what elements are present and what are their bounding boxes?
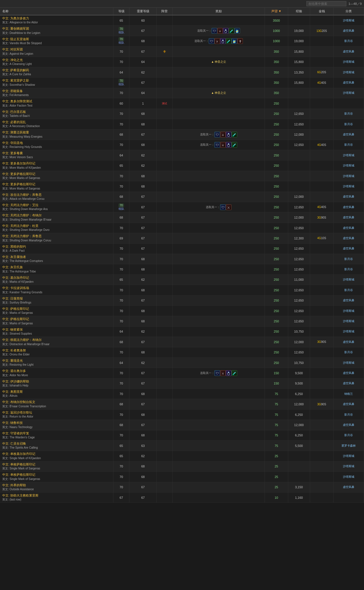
table-row[interactable]: 中文: 纳鲁科技英文: Naaru Technology68677512,000…: [0, 420, 364, 430]
quest-category: [156, 109, 172, 119]
quest-req-level: 68: [129, 347, 157, 357]
quest-en-name: 英文: Strained Supplies: [2, 332, 32, 335]
quest-money: [310, 347, 334, 357]
table-row[interactable]: 中文: 关闭法力熔炉：布纳尔英文: Shutting Down Manaforg…: [0, 212, 364, 223]
table-row[interactable]: 中文: 萨格拉斯印记英文: Marks of Sargeras706825012…: [0, 316, 364, 326]
table-row[interactable]: 中文: 关闭法力熔炉：艾拉英文: Shutting Down Manaforge…: [0, 202, 364, 212]
quest-reward: [172, 316, 265, 326]
table-row[interactable]: 中文: 重创燃烧军团英文: Deathblow to the Legion70组…: [0, 26, 364, 36]
quest-category: [156, 430, 172, 440]
table-row[interactable]: 中文: 协助大主教欧莱里斯英文: (last row)6767101,160: [0, 492, 364, 502]
table-row[interactable]: 中文: 奥图里斯英文: Altruis7068756,250纳格兰: [0, 389, 364, 399]
table-row[interactable]: 中文: 灰舌腐蚀者英文: The Ashtongue Corruptors706…: [0, 254, 364, 264]
quest-reputation: 250: [265, 171, 288, 181]
quest-req-level: 68: [129, 171, 157, 181]
table-row[interactable]: 中文: 奥多尔阵营测试英文: Aldor Faction Test601测试25…: [0, 98, 364, 109]
quest-req-level: 68: [129, 264, 157, 274]
quest-reputation: 3500: [265, 15, 288, 26]
quest-reward: [172, 98, 265, 109]
quest-cn-name: 中文: 长者奥洛努: [2, 349, 26, 352]
table-row[interactable]: 中文: 必要的混乱英文: A Necessary Distraction7068…: [0, 119, 364, 129]
quest-name-cell: 中文: 更多毒囊英文: More Venom Sacs: [0, 150, 113, 160]
table-row[interactable]: 中文: 为奥尔多效力英文: Allegiance to the Aldor656…: [0, 15, 364, 26]
table-row[interactable]: 中文: 基尔加丹印记英文: Marks of Kil'jaeden6562250…: [0, 274, 364, 285]
quest-reputation: 250: [265, 316, 288, 326]
quest-req-level: 67: [129, 129, 157, 140]
table-row[interactable]: 中文: 对抗军团英文: Against the Legion7067⚜35015…: [0, 46, 364, 57]
quest-reward: [172, 119, 265, 129]
table-row[interactable]: 中文: 外界的帮助英文: Outside Assistance7067253,1…: [0, 482, 364, 492]
quest-experience: 3,150: [288, 482, 310, 492]
quest-name-cell: 中文: 更多基尔加丹印记英文: More Marks of Kil'jaeden: [0, 160, 113, 171]
quest-en-name: 英文: Karabor Training Grounds: [2, 291, 42, 294]
table-row[interactable]: 中文: 重现圣光英文: Restoring the Light646225010…: [0, 357, 364, 368]
search-input[interactable]: [306, 1, 346, 6]
quest-experience: 12,650: [288, 264, 310, 274]
table-row[interactable]: 中文: 守望者的牢笼英文: The Warden's Cage7068756,2…: [0, 430, 364, 440]
quest-category: [156, 223, 172, 233]
table-row[interactable]: 中文: 更多萨格拉斯印记英文: More Marks of Sargeras70…: [0, 171, 364, 181]
table-row[interactable]: 中文: 日落简报英文: Sunfury Briefings706725012,6…: [0, 295, 364, 306]
table-row[interactable]: 中文: 巴尔里石板英文: Tablets of Baa'ri706825012,…: [0, 109, 364, 119]
quest-req-level: 67: [129, 223, 157, 233]
quest-level: 65: [113, 441, 129, 451]
quest-en-name: 英文: Against the Legion: [2, 52, 33, 55]
table-row[interactable]: 中文: 关闭法力熔炉：杜里英文: Shutting Down Manaforge…: [0, 223, 364, 233]
quest-experience: [288, 150, 310, 160]
quest-category: [156, 420, 172, 430]
table-row[interactable]: 中文: 灰舌氏族英文: The Ashtongue Tribe706825012…: [0, 264, 364, 274]
quest-money: [310, 57, 334, 67]
table-row[interactable]: 中文: 返回沙塔尔祭坛英文: Return to the Aldor706875…: [0, 409, 364, 420]
table-row[interactable]: 中文: 退出奥尔多英文: Aldor No More7067选取其一：🛡⚔💍🧪1…: [0, 368, 364, 378]
quest-money: [310, 274, 334, 285]
quest-zone: 虚空风暴: [334, 212, 364, 223]
table-row[interactable]: 中文: 单枚萨格拉斯印记英文: Single Mark of Sargeras7…: [0, 472, 364, 482]
quest-name-cell: 中文: 协助大主教欧莱里斯英文: (last row): [0, 492, 113, 502]
quest-experience: 12,000: [288, 399, 310, 409]
table-row[interactable]: 中文: 更多萨格拉斯印记英文: More Marks of Sargeras70…: [0, 181, 364, 192]
table-row[interactable]: 中文: 关闭法力熔炉：库鲁思英文: Shutting Down Manaforg…: [0, 233, 364, 243]
table-row[interactable]: 中文: 萨格拉斯印记英文: Marks of Sargeras706825012…: [0, 306, 364, 316]
quest-zone: 影月谷: [334, 430, 364, 440]
table-row[interactable]: 中文: 更多毒囊英文: More Venom Sacs6462250沙塔斯城: [0, 150, 364, 160]
quest-req-level: 68: [129, 36, 157, 46]
quest-zone: 沙塔斯城: [334, 306, 364, 316]
quest-zone: 沙塔斯城: [334, 274, 364, 285]
quest-experience: 12,650: [288, 109, 310, 119]
table-row[interactable]: 中文: 伊沙娜的帮助英文: Ishanah's Help70671509,500…: [0, 378, 364, 388]
table-row[interactable]: 中文: 邪能装备英文: Fel Armaments7064▲ 神圣之尘350沙塔…: [0, 88, 364, 98]
table-row[interactable]: 中文: 更多基尔加丹印记英文: More Marks of Kil'jaeden…: [0, 160, 364, 171]
table-row[interactable]: 中文: 萨希亚的解药英文: A Cure for Zahlia646235013…: [0, 67, 364, 77]
table-row[interactable]: 中文: 攻击法力熔炉：库鲁思英文: Attack on Manaforge Co…: [0, 192, 364, 202]
table-row[interactable]: 中文: 净化之光英文: A Cleansing Light7064▲ 神圣之尘3…: [0, 57, 364, 67]
table-row[interactable]: 中文: 夺回圣地英文: Reclaiming Holy Grounds7068选…: [0, 140, 364, 150]
table-row[interactable]: 中文: 阻止瓦雷迪斯英文: Varedis Must Be Stopped70组…: [0, 36, 364, 46]
reward-choose-label: 选取其一：: [200, 371, 214, 375]
table-row[interactable]: 中文: 彻底法力熔炉：布纳尔英文: Distraction at Manafor…: [0, 337, 364, 347]
quest-reward: [172, 171, 265, 181]
table-row[interactable]: 中文: 布纳尔控制台拓文英文: B'naar Console Transcrip…: [0, 399, 364, 409]
quest-req-level: 68: [129, 140, 157, 150]
table-row[interactable]: 中文: 单枚基尔加丹印记英文: Single Mark of Kil'jaede…: [0, 451, 364, 461]
quest-zone: 影月谷: [334, 109, 364, 119]
table-row[interactable]: 中文: 物资紧张英文: Strained Supplies646225010,7…: [0, 326, 364, 337]
col-reputation[interactable]: 声望 ▼: [265, 8, 288, 15]
table-row[interactable]: 中文: 长者奥洛努英文: Oronu the Elder706825012,65…: [0, 347, 364, 357]
quest-reward: [172, 441, 265, 451]
table-row[interactable]: 中文: 卡拉波训练场英文: Karabor Training Grounds70…: [0, 285, 364, 295]
table-row[interactable]: 中文: 亡灵在召唤英文: The Spirits Are Calling6563…: [0, 441, 364, 451]
quest-reward: [172, 192, 265, 202]
table-row[interactable]: 中文: 测量迁跃能量英文: Measuring Warp Energies686…: [0, 129, 364, 140]
quest-experience: 12,300: [288, 233, 310, 243]
quest-zone: 影月谷: [334, 36, 364, 46]
quest-req-level: 67: [129, 420, 157, 430]
quest-money: [310, 285, 334, 295]
quest-reward: [172, 295, 265, 306]
table-row[interactable]: 中文: 单枚萨格拉斯印记英文: Single Mark of Sargeras7…: [0, 461, 364, 471]
quest-cn-name: 中文: 更多萨格拉斯印记: [2, 172, 35, 176]
table-row[interactable]: 中文: 黑暗的契约英文: A Dark Pact706725012,650虚空风…: [0, 243, 364, 254]
quest-zone: 沙塔斯城: [334, 150, 364, 160]
quest-reward: 选取其一：🛡⚔💍🧪: [172, 140, 265, 150]
quest-req-level: 64: [129, 57, 157, 67]
table-row[interactable]: 中文: 索克雷萨之影英文: Socrethar's Shadow70组队6735…: [0, 78, 364, 88]
